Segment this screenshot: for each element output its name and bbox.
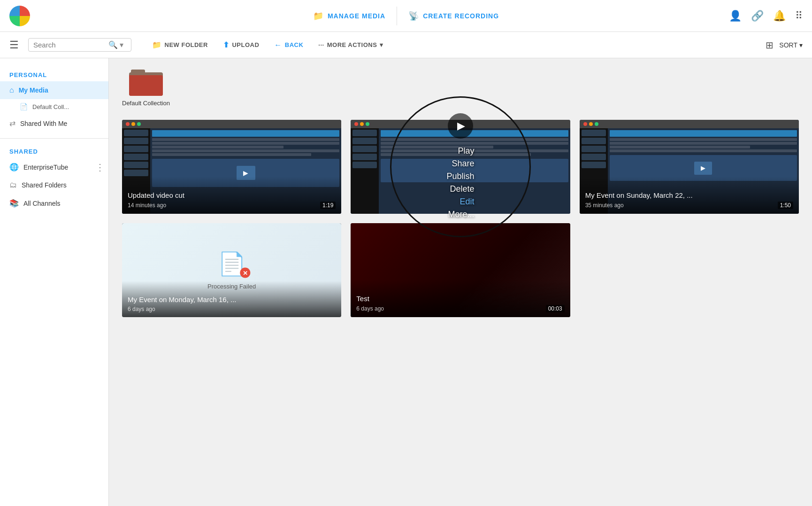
video-meta-1: 14 minutes ago 1:19 xyxy=(128,202,336,209)
video-meta-3: 35 minutes ago 1:50 xyxy=(585,202,793,209)
failed-doc-wrapper: 📄 ✕ xyxy=(218,251,246,277)
search-input[interactable] xyxy=(33,41,108,49)
more-actions-chevron: ▾ xyxy=(380,41,383,48)
sort-label: SORT xyxy=(779,41,797,49)
sidebar-item-all-channels[interactable]: 📚 All Channels xyxy=(0,194,108,212)
my-media-label: My Media xyxy=(19,86,48,94)
more-dots-icon: ··· xyxy=(318,41,324,48)
sidebar-item-shared-with-me[interactable]: ⇄ Shared With Me xyxy=(0,114,108,132)
video-card-4[interactable]: 📄 ✕ Processing Failed My Event on Monday… xyxy=(122,223,341,317)
sidebar-item-enterprise-tube[interactable]: 🌐 EnterpriseTube xyxy=(0,158,92,176)
folder-sm-icon: 📄 xyxy=(20,103,28,110)
top-nav-right: 👤 🔗 🔔 ⠿ xyxy=(729,10,803,22)
folder-thumbnail xyxy=(129,70,163,96)
bell-icon[interactable]: 🔔 xyxy=(773,10,786,22)
home-icon: ⌂ xyxy=(9,86,14,94)
create-recording-button[interactable]: 📡 CREATE RECORDING xyxy=(397,0,510,32)
chevron-down-icon[interactable]: ▾ xyxy=(120,40,123,49)
back-label: BACK xyxy=(285,41,304,48)
manage-media-label: MANAGE MEDIA xyxy=(328,12,385,20)
grid-apps-icon[interactable]: ⠿ xyxy=(795,10,803,22)
video-meta-4: 6 days ago xyxy=(128,306,336,312)
search-icon[interactable]: 🔍 xyxy=(108,40,118,49)
video-title-1: Updated video cut xyxy=(128,191,336,200)
video-overlay-4: My Event on Monday, March 16, ... 6 days… xyxy=(122,281,341,318)
context-menu-delete[interactable]: Delete xyxy=(443,183,481,195)
video-overlay-5: Test 6 days ago 00:03 xyxy=(351,280,570,318)
more-options-icon[interactable]: ⋮ xyxy=(92,162,108,173)
shared-with-me-label: Shared With Me xyxy=(20,120,67,127)
video-title-5: Test xyxy=(356,294,564,304)
view-grid-icon[interactable]: ⊞ xyxy=(766,39,774,51)
sort-button[interactable]: SORT ▾ xyxy=(779,41,803,49)
video-meta-5: 6 days ago 00:03 xyxy=(356,305,564,312)
shared-icon: ⇄ xyxy=(9,119,15,128)
back-arrow-icon: ← xyxy=(274,41,282,49)
default-coll-label: Default Coll... xyxy=(32,103,69,110)
video-title-4: My Event on Monday, March 16, ... xyxy=(128,295,336,304)
context-menu-edit[interactable]: Edit xyxy=(453,196,481,208)
content-area: Default Collection xyxy=(109,58,812,506)
personal-section-label: PERSONAL xyxy=(0,68,108,81)
upload-label: UPLOAD xyxy=(232,41,259,48)
context-menu-publish[interactable]: Publish xyxy=(440,171,481,182)
new-folder-button[interactable]: 📁 NEW FOLDER xyxy=(146,38,214,52)
new-folder-icon: 📁 xyxy=(152,40,162,49)
video-time-4: 6 days ago xyxy=(128,306,155,312)
sort-chevron-icon: ▾ xyxy=(799,41,803,49)
context-menu-list: Play Share Publish Delete Edit More... xyxy=(440,145,481,220)
app-logo[interactable] xyxy=(9,6,30,26)
video-duration-3: 1:50 xyxy=(778,202,793,209)
toolbar-right: ⊞ SORT ▾ xyxy=(766,39,803,51)
shared-folders-icon: 🗂 xyxy=(9,181,17,189)
folder-icon: 📁 xyxy=(313,11,324,21)
video-overlay-1: Updated video cut 14 minutes ago 1:19 xyxy=(122,177,341,214)
play-icon: ▶ xyxy=(457,120,465,132)
shared-folders-label: Shared Folders xyxy=(22,181,67,189)
folder-item-default-collection[interactable]: Default Collection xyxy=(122,70,170,107)
more-actions-label: MORE ACTIONS xyxy=(327,41,377,48)
toolbar-actions: 📁 NEW FOLDER ⬆ UPLOAD ← BACK ··· MORE AC… xyxy=(146,38,390,52)
video-card-5[interactable]: Test 6 days ago 00:03 xyxy=(351,223,570,317)
video-time-1: 14 minutes ago xyxy=(128,202,166,209)
video-card-1[interactable]: ▶ Updated video cut 14 minutes ago 1:19 xyxy=(122,120,341,214)
video-card-3[interactable]: ▶ My Event on Sunday, March 22, ... 35 m… xyxy=(580,120,799,214)
top-nav-center: 📁 MANAGE MEDIA 📡 CREATE RECORDING xyxy=(302,0,510,32)
back-button[interactable]: ← BACK xyxy=(268,38,310,52)
create-recording-label: CREATE RECORDING xyxy=(423,12,499,20)
more-actions-button[interactable]: ··· MORE ACTIONS ▾ xyxy=(312,39,390,51)
hamburger-menu[interactable]: ☰ xyxy=(9,39,19,51)
main-layout: PERSONAL ⌂ My Media 📄 Default Coll... ⇄ … xyxy=(0,58,812,506)
sidebar-item-my-media[interactable]: ⌂ My Media xyxy=(0,81,108,99)
video-title-3: My Event on Sunday, March 22, ... xyxy=(585,191,793,200)
upload-icon: ⬆ xyxy=(223,40,230,49)
video-time-3: 35 minutes ago xyxy=(585,202,624,209)
context-menu-more[interactable]: More... xyxy=(441,209,481,220)
channels-icon: 📚 xyxy=(9,199,19,208)
context-menu-play[interactable]: Play xyxy=(451,145,481,157)
video-overlay-3: My Event on Sunday, March 22, ... 35 min… xyxy=(580,177,799,214)
sidebar-item-default-coll[interactable]: 📄 Default Coll... xyxy=(0,99,108,114)
upload-button[interactable]: ⬆ UPLOAD xyxy=(216,38,266,52)
record-icon: 📡 xyxy=(408,11,419,21)
all-channels-label: All Channels xyxy=(23,200,61,207)
user-icon[interactable]: 👤 xyxy=(729,10,742,22)
context-menu-share[interactable]: Share xyxy=(445,158,481,170)
folder-label: Default Collection xyxy=(122,100,170,107)
sidebar: PERSONAL ⌂ My Media 📄 Default Coll... ⇄ … xyxy=(0,58,109,506)
video-grid: ▶ Updated video cut 14 minutes ago 1:19 xyxy=(122,120,799,317)
video-time-5: 6 days ago xyxy=(356,305,384,312)
enterprise-tube-label: EnterpriseTube xyxy=(23,163,68,171)
manage-media-button[interactable]: 📁 MANAGE MEDIA xyxy=(302,0,397,32)
shared-section-label: SHARED xyxy=(0,144,108,158)
folder-section: Default Collection xyxy=(122,70,799,107)
context-play-button[interactable]: ▶ xyxy=(448,113,473,139)
globe-icon: 🌐 xyxy=(9,163,19,171)
sidebar-item-shared-folders[interactable]: 🗂 Shared Folders xyxy=(0,176,108,194)
video-card-2[interactable]: ▶ Play Share Publish Delete Edit More... xyxy=(351,120,570,214)
failed-x-icon: ✕ xyxy=(240,268,251,278)
external-link-icon[interactable]: 🔗 xyxy=(751,10,764,22)
search-icons: 🔍 ▾ xyxy=(108,40,123,49)
top-nav: 📁 MANAGE MEDIA 📡 CREATE RECORDING 👤 🔗 🔔 … xyxy=(0,0,812,32)
video-duration-1: 1:19 xyxy=(320,202,336,209)
